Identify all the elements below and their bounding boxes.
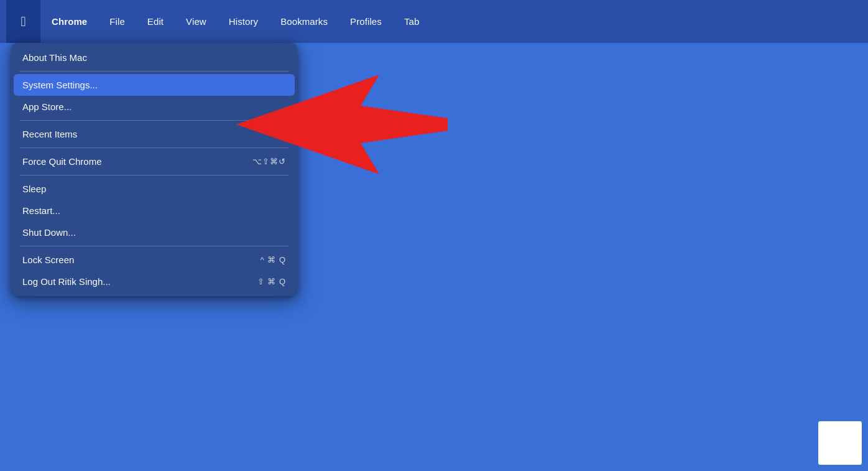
menu-item-app-store[interactable]: App Store... [11, 96, 297, 118]
white-box-decoration [818, 421, 862, 465]
divider-2 [20, 120, 289, 121]
menubar-item-bookmarks[interactable]: Bookmarks [269, 0, 339, 43]
divider-4 [20, 175, 289, 175]
menubar-item-view[interactable]: View [175, 0, 218, 43]
apple-dropdown-menu: About This Mac System Settings... App St… [11, 43, 297, 296]
menu-item-lock-screen[interactable]: Lock Screen ^ ⌘ Q [11, 249, 297, 271]
chevron-right-icon: › [284, 129, 286, 139]
menu-item-log-out[interactable]: Log Out Ritik Singh... ⇧ ⌘ Q [11, 271, 297, 292]
menu-item-sleep[interactable]: Sleep [11, 178, 297, 200]
menubar:  Chrome File Edit View History Bookmark… [0, 0, 868, 43]
menubar-item-history[interactable]: History [218, 0, 269, 43]
log-out-shortcut: ⇧ ⌘ Q [257, 277, 286, 286]
menu-item-system-settings[interactable]: System Settings... [14, 74, 295, 96]
menubar-item-chrome[interactable]: Chrome [40, 0, 98, 43]
menubar-item-profiles[interactable]: Profiles [339, 0, 393, 43]
divider-3 [20, 147, 289, 148]
divider-5 [20, 246, 289, 246]
menu-item-about[interactable]: About This Mac [11, 47, 297, 68]
menubar-item-tab[interactable]: Tab [393, 0, 431, 43]
apple-menu-button[interactable]:  [6, 0, 40, 43]
lock-screen-shortcut: ^ ⌘ Q [261, 255, 286, 264]
menubar-item-edit[interactable]: Edit [136, 0, 175, 43]
menu-item-force-quit[interactable]: Force Quit Chrome ⌥⇧⌘↺ [11, 151, 297, 172]
menu-item-restart[interactable]: Restart... [11, 200, 297, 222]
menubar-item-file[interactable]: File [98, 0, 136, 43]
menu-item-shut-down[interactable]: Shut Down... [11, 222, 297, 243]
divider-1 [20, 71, 289, 72]
apple-icon:  [21, 15, 25, 29]
force-quit-shortcut: ⌥⇧⌘↺ [252, 157, 286, 166]
menu-item-recent-items[interactable]: Recent Items › [11, 123, 297, 145]
